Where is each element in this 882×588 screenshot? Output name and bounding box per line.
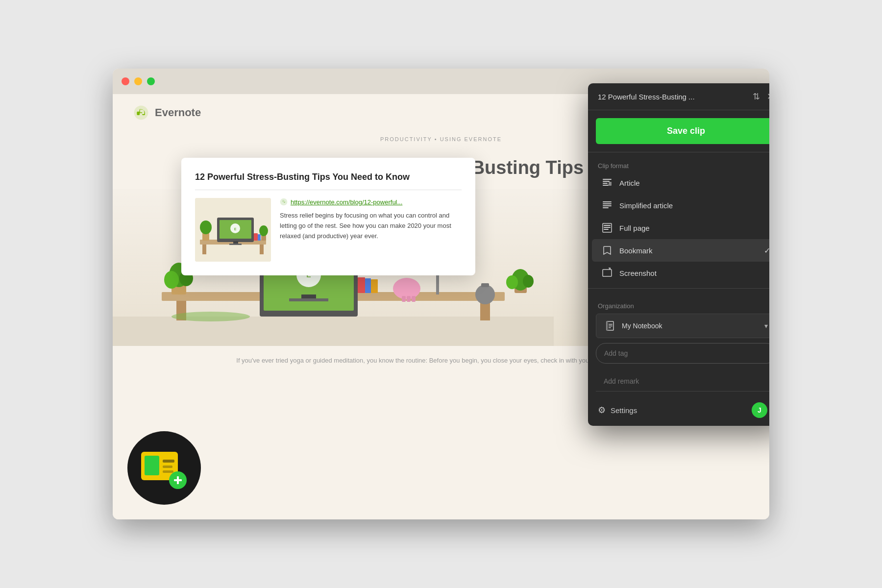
svg-rect-63 — [603, 203, 612, 204]
organization-label: Organization — [588, 294, 769, 314]
close-panel-button[interactable]: ✕ — [767, 91, 769, 102]
panel-divider-2 — [588, 288, 769, 289]
svg-rect-62 — [603, 201, 612, 202]
notebook-name: My Notebook — [622, 322, 759, 330]
preview-description: Stress relief begins by focusing on what… — [280, 211, 462, 241]
bookmark-icon — [602, 245, 612, 256]
svg-text:E: E — [234, 227, 237, 231]
preview-card-title: 12 Powerful Stress-Busting Tips You Need… — [195, 172, 462, 183]
preview-card-body: E — [195, 198, 462, 262]
svg-rect-68 — [604, 227, 611, 228]
panel-title: 12 Powerful Stress-Busting ... — [598, 93, 747, 101]
extension-badge — [127, 431, 201, 505]
svg-rect-50 — [163, 460, 174, 463]
svg-rect-75 — [609, 327, 611, 328]
evernote-link-icon — [280, 198, 288, 206]
svg-rect-52 — [163, 470, 173, 473]
svg-rect-67 — [604, 225, 611, 226]
simplified-article-icon — [602, 200, 612, 211]
panel-divider-1 — [588, 152, 769, 152]
svg-rect-23 — [402, 296, 406, 302]
browser-window: Evernote ← BACK TO BLOG HOME PRODUCTIVIT… — [113, 69, 769, 519]
settings-button[interactable]: ⚙ Settings — [598, 405, 637, 416]
svg-point-45 — [259, 225, 268, 236]
panel-header-buttons: ⇅ ✕ — [753, 91, 769, 102]
svg-rect-37 — [229, 244, 242, 245]
svg-rect-25 — [412, 296, 416, 302]
screenshot-icon — [602, 268, 612, 278]
svg-rect-36 — [233, 241, 238, 244]
format-full-page-label: Full page — [619, 224, 769, 232]
preview-thumbnail: E — [195, 198, 271, 262]
format-option-bookmark[interactable]: Bookmark ✓ — [592, 239, 769, 262]
svg-rect-61 — [609, 182, 612, 186]
settings-label: Settings — [611, 406, 637, 415]
svg-rect-33 — [260, 245, 264, 254]
svg-rect-59 — [603, 183, 608, 184]
notebook-chevron-icon: ▾ — [764, 322, 768, 330]
svg-rect-58 — [603, 181, 610, 182]
svg-rect-69 — [604, 229, 609, 230]
notebook-icon — [604, 320, 616, 332]
svg-rect-64 — [603, 205, 612, 206]
format-option-full-page[interactable]: Full page — [592, 217, 769, 239]
svg-rect-49 — [145, 456, 159, 475]
svg-rect-72 — [607, 321, 608, 330]
article-icon — [602, 177, 612, 188]
format-simplified-label: Simplified article — [619, 201, 769, 210]
svg-rect-70 — [603, 270, 612, 276]
preview-link[interactable]: https://evernote.com/blog/12-powerful... — [280, 198, 462, 206]
settings-icon: ⚙ — [598, 405, 606, 416]
panel-footer: ⚙ Settings J ▾ — [588, 394, 769, 426]
maximize-button[interactable] — [147, 77, 155, 85]
remark-input[interactable] — [596, 371, 769, 392]
tag-input[interactable] — [596, 343, 769, 364]
svg-rect-7 — [289, 298, 328, 301]
svg-rect-16 — [371, 279, 378, 293]
format-option-article[interactable]: Article — [592, 172, 769, 194]
svg-point-12 — [164, 271, 179, 289]
format-article-label: Article — [619, 179, 769, 187]
svg-rect-42 — [254, 233, 258, 241]
svg-rect-14 — [358, 277, 365, 293]
svg-rect-28 — [481, 283, 489, 287]
notebook-selector[interactable]: My Notebook ▾ — [596, 314, 769, 338]
full-page-icon — [602, 222, 612, 233]
user-avatar: J — [752, 402, 767, 418]
svg-rect-32 — [202, 245, 206, 254]
minimize-button[interactable] — [134, 77, 142, 85]
format-bookmark-label: Bookmark — [619, 246, 757, 255]
svg-rect-56 — [174, 479, 182, 481]
preview-card: 12 Powerful Stress-Busting Tips You Need… — [181, 158, 475, 275]
format-screenshot-label: Screenshot — [619, 269, 769, 277]
svg-rect-57 — [603, 179, 612, 180]
user-menu[interactable]: J ▾ — [752, 402, 769, 418]
preview-divider — [195, 190, 462, 190]
close-button[interactable] — [122, 77, 129, 85]
sort-button[interactable]: ⇅ — [753, 91, 760, 102]
svg-rect-24 — [407, 296, 411, 302]
save-clip-button[interactable]: Save clip — [596, 118, 769, 144]
svg-rect-43 — [258, 234, 261, 241]
svg-rect-73 — [609, 324, 612, 325]
svg-rect-6 — [301, 294, 316, 298]
format-bookmark-check: ✓ — [764, 246, 769, 255]
svg-rect-15 — [365, 278, 371, 293]
svg-point-27 — [475, 285, 495, 304]
svg-rect-0 — [113, 317, 554, 346]
format-option-simplified-article[interactable]: Simplified article — [592, 194, 769, 217]
preview-content: https://evernote.com/blog/12-powerful...… — [280, 198, 462, 262]
format-option-screenshot[interactable]: Screenshot — [592, 262, 769, 284]
clip-format-label: Clip format — [588, 158, 769, 172]
clip-panel: 12 Powerful Stress-Busting ... ⇅ ✕ Save … — [588, 83, 769, 426]
svg-rect-51 — [163, 466, 172, 468]
svg-point-29 — [172, 312, 250, 321]
svg-rect-74 — [609, 326, 612, 327]
panel-header: 12 Powerful Stress-Busting ... ⇅ ✕ — [588, 83, 769, 110]
svg-point-41 — [200, 220, 212, 234]
evernote-logo: Evernote — [132, 104, 201, 122]
svg-rect-65 — [603, 207, 609, 208]
svg-rect-60 — [603, 185, 609, 186]
svg-point-19 — [506, 275, 518, 289]
svg-point-20 — [523, 275, 534, 288]
